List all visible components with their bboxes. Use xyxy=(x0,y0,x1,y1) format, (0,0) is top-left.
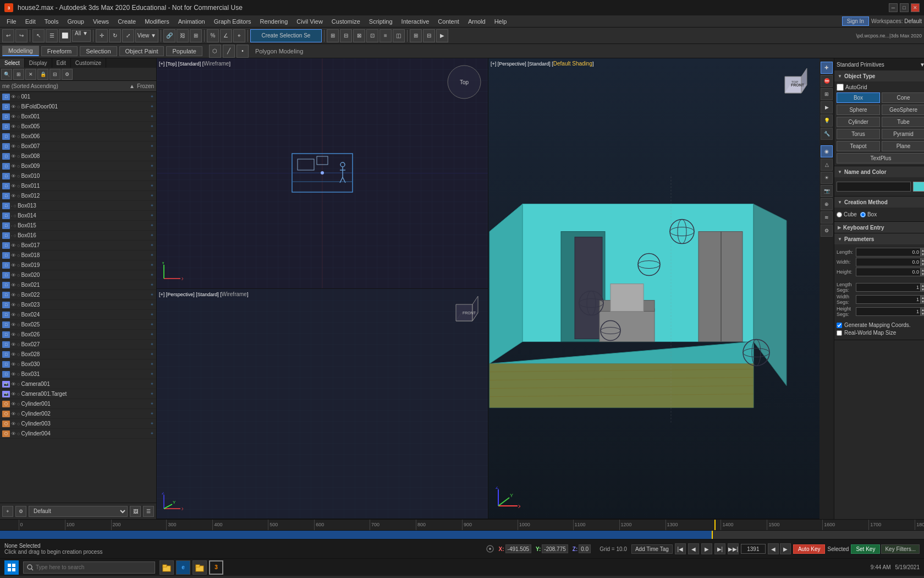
length-spin-down[interactable]: ▼ xyxy=(921,252,924,256)
row-visibility-icon[interactable]: 👁 xyxy=(11,163,16,169)
taskbar-files-btn[interactable] xyxy=(193,560,207,575)
menu-graph-editors[interactable]: Graph Editors xyxy=(210,17,256,26)
scene-row[interactable]: □ 👁 ○ BiFoldDoor001 ✦ xyxy=(0,102,156,112)
row-settings-icon[interactable]: ✦ xyxy=(150,302,154,307)
menu-civil-view[interactable]: Civil View xyxy=(292,17,327,26)
row-settings-icon[interactable]: ✦ xyxy=(150,193,154,198)
layer-img-btn[interactable]: 🖼 xyxy=(130,506,141,517)
height-spinner[interactable]: ▲ ▼ xyxy=(921,268,924,276)
scene-row[interactable]: □ 👁 ○ 001 ✦ xyxy=(0,92,156,102)
scene-settings-btn[interactable]: ⚙ xyxy=(62,69,73,80)
row-visibility-icon[interactable]: 👁 xyxy=(11,193,16,199)
height-spin-up[interactable]: ▲ xyxy=(921,268,924,272)
category-dropdown-arrow[interactable]: ▼ xyxy=(920,62,924,68)
row-visibility-icon[interactable]: · xyxy=(11,223,13,228)
row-settings-icon[interactable]: ✦ xyxy=(150,223,154,228)
scene-row[interactable]: 📷 👁 ○ Camera001.Target ✦ xyxy=(0,389,156,399)
row-visibility-icon[interactable]: 👁 xyxy=(11,173,16,179)
next-frame-btn[interactable]: ▶| xyxy=(714,543,725,554)
row-visibility-icon[interactable]: 👁 xyxy=(11,352,16,357)
height-spin-down[interactable]: ▼ xyxy=(921,272,924,276)
bind-to-space[interactable]: ⊞ xyxy=(190,29,202,42)
row-visibility-icon[interactable]: 👁 xyxy=(11,401,16,407)
viewport-persp-wire[interactable]: [+] [Perspective] [Standard] [Wireframe]… xyxy=(157,289,488,519)
row-visibility-icon[interactable]: 👁 xyxy=(11,391,16,397)
object-name-input[interactable] xyxy=(837,182,911,192)
length-input[interactable] xyxy=(856,248,921,257)
menu-group[interactable]: Group xyxy=(63,17,89,26)
row-settings-icon[interactable]: ✦ xyxy=(150,401,154,406)
row-visibility-icon[interactable]: 👁 xyxy=(11,411,16,417)
scene-row[interactable]: □ 👁 ○ Box006 ✦ xyxy=(0,132,156,141)
scene-tab-edit[interactable]: Edit xyxy=(52,58,71,68)
row-settings-icon[interactable]: ✦ xyxy=(150,154,154,159)
row-visibility-icon[interactable]: 👁 xyxy=(11,362,16,367)
viewport-top-label[interactable]: [+] [Top] [Standard] [Wireframe] xyxy=(159,61,230,67)
scene-row[interactable]: □ 👁 ○ Box027 ✦ xyxy=(0,340,156,350)
play-btn[interactable]: ▶ xyxy=(701,543,712,554)
add-time-tag-btn[interactable]: Add Time Tag xyxy=(631,544,673,554)
render-setup-btn[interactable]: ▶ xyxy=(436,29,448,42)
scene-columns-btn[interactable]: ⊟ xyxy=(50,69,61,80)
width-input[interactable] xyxy=(856,258,921,266)
row-settings-icon[interactable]: ✦ xyxy=(150,253,154,258)
scene-filter-btn[interactable]: ⊞ xyxy=(13,69,24,80)
angle-snap[interactable]: ∠ xyxy=(220,29,232,42)
generate-mapping-checkbox[interactable] xyxy=(837,323,842,328)
cone-btn[interactable]: Cone xyxy=(882,92,924,103)
row-settings-icon[interactable]: ✦ xyxy=(150,134,154,139)
row-visibility-icon[interactable]: 👁 xyxy=(11,124,16,129)
shapes-type-btn[interactable]: △ xyxy=(821,159,833,171)
select-tool[interactable]: ↖ xyxy=(32,29,45,42)
row-settings-icon[interactable]: ✦ xyxy=(150,203,154,208)
new-layer-btn[interactable]: + xyxy=(2,506,13,517)
redo-button[interactable]: ↪ xyxy=(15,29,28,42)
viewport-persp-wire-label[interactable]: [+] [Perspective] [Standard] [Wireframe] xyxy=(159,291,248,297)
row-visibility-icon[interactable]: · xyxy=(11,233,13,238)
align-tool[interactable]: ⊠ xyxy=(353,29,365,42)
scene-row[interactable]: □ 👁 ○ Box018 ✦ xyxy=(0,250,156,260)
scene-row[interactable]: □ 👁 ○ Box031 ✦ xyxy=(0,369,156,379)
tab-selection[interactable]: Selection xyxy=(80,46,117,56)
sphere-btn[interactable]: Sphere xyxy=(837,105,880,115)
layer-icon-btn[interactable]: ☰ xyxy=(143,506,154,517)
tab-object-paint[interactable]: Object Paint xyxy=(119,46,164,56)
vertex-mode-btn[interactable]: • xyxy=(237,45,249,58)
scene-row[interactable]: ⬡ 👁 ○ Cylinder001 ✦ xyxy=(0,399,156,409)
height-segs-input[interactable] xyxy=(856,307,921,316)
row-settings-icon[interactable]: ✦ xyxy=(150,233,154,238)
scene-row[interactable]: ⬡ 👁 ○ Cylinder004 ✦ xyxy=(0,429,156,439)
creation-method-header[interactable]: ▼ Creation Method xyxy=(834,197,924,208)
row-settings-icon[interactable]: ✦ xyxy=(150,352,154,357)
menu-rendering[interactable]: Rendering xyxy=(256,17,293,26)
length-spin-up[interactable]: ▲ xyxy=(921,248,924,252)
row-settings-icon[interactable]: ✦ xyxy=(150,372,154,377)
width-spinner[interactable]: ▲ ▼ xyxy=(921,258,924,266)
object-type-header[interactable]: ▼ Object Type xyxy=(834,70,924,81)
width-spin-down[interactable]: ▼ xyxy=(921,262,924,266)
row-settings-icon[interactable]: ✦ xyxy=(150,173,154,178)
menu-help[interactable]: Help xyxy=(490,17,512,26)
plane-btn[interactable]: Plane xyxy=(882,141,924,151)
row-visibility-icon[interactable]: 👁 xyxy=(11,312,16,318)
viewport-top[interactable]: [+] [Top] [Standard] [Wireframe] Top xyxy=(157,58,488,288)
menu-views[interactable]: Views xyxy=(89,17,113,26)
name-color-header[interactable]: ▼ Name and Color xyxy=(834,166,924,177)
height-segs-spinner[interactable]: ▲ ▼ xyxy=(921,307,924,316)
create-selection-set-button[interactable]: Create Selection Se xyxy=(250,29,322,42)
row-settings-icon[interactable]: ✦ xyxy=(150,144,154,149)
nav-circle-top[interactable]: Top xyxy=(445,63,483,101)
edge-mode-btn[interactable]: ╱ xyxy=(223,45,235,58)
real-world-checkbox[interactable] xyxy=(837,330,842,336)
taskbar-explorer-btn[interactable] xyxy=(160,560,174,575)
modify-panel-btn[interactable]: ⛔ xyxy=(821,75,833,87)
scene-row[interactable]: □ 👁 ○ Box012 ✦ xyxy=(0,191,156,201)
scene-row[interactable]: □ 👁 ○ Box017 ✦ xyxy=(0,241,156,250)
persp-shade-navcube[interactable]: FRONT TOP xyxy=(771,63,815,107)
scene-explorer-btn[interactable]: ⊞ xyxy=(410,29,422,42)
lights-type-btn[interactable]: ☀ xyxy=(821,172,833,184)
row-visibility-icon[interactable]: 👁 xyxy=(11,302,16,308)
create-panel-btn[interactable]: ✚ xyxy=(821,62,833,74)
row-visibility-icon[interactable]: 👁 xyxy=(11,263,16,268)
menu-interactive[interactable]: Interactive xyxy=(397,17,434,26)
